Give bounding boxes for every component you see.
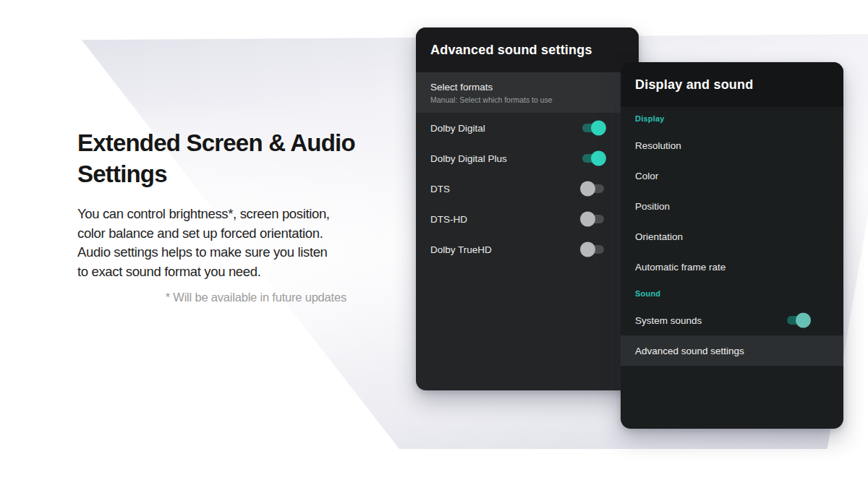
toggle-label: DTS-HD [430,214,467,225]
toggle-switch[interactable] [582,124,604,132]
switch-knob [580,181,595,197]
switch-knob [580,242,595,257]
toggle-switch[interactable] [582,245,604,254]
description-line: Audio settings helps to make sure you li… [77,243,396,262]
toggle-row-dolby-digital[interactable]: Dolby Digital [416,113,639,143]
toggle-row-dolby-truehd[interactable]: Dolby TrueHD [416,234,639,265]
menu-item-orientation[interactable]: Orientation [621,221,843,252]
page-description: You can control brightness*, screen posi… [77,205,396,281]
toggle-row-dts[interactable]: DTS [416,174,639,204]
description-line: color balance and set up forced orientat… [77,224,396,244]
switch-knob [580,212,595,227]
description-line: You can control brightness*, screen posi… [77,205,396,224]
section-label-sound: Sound [621,282,843,305]
toggle-row-dolby-digital-plus[interactable]: Dolby Digital Plus [416,143,639,174]
description-line: to exact sound format you need. [77,262,396,282]
switch-knob [591,151,606,166]
menu-item-resolution[interactable]: Resolution [621,130,843,160]
page-title: Extended Screen & Audio Settings [77,127,388,189]
page: Extended Screen & Audio Settings You can… [0,0,868,488]
toggle-row-system-sounds[interactable]: System sounds [621,305,843,335]
advanced-sound-settings-panel: Advanced sound settings Select formats M… [416,27,639,390]
menu-item-advanced-sound-settings[interactable]: Advanced sound settings [621,335,843,366]
toggle-label: Dolby TrueHD [430,244,492,255]
marketing-copy: Extended Screen & Audio Settings You can… [77,127,396,304]
section-label-display: Display [621,107,843,130]
display-panel-title: Display and sound [635,77,753,93]
toggle-label: Dolby Digital Plus [430,153,507,164]
advanced-panel-header: Advanced sound settings [416,27,639,72]
select-formats-subtitle: Manual: Select which formats to use [430,95,624,104]
toggle-switch[interactable] [582,215,604,223]
select-formats-item[interactable]: Select formats Manual: Select which form… [416,72,639,113]
menu-item-automatic-frame-rate[interactable]: Automatic frame rate [621,252,843,282]
toggle-label: Dolby Digital [430,123,485,134]
select-formats-title: Select formats [430,82,624,93]
switch-knob [796,313,811,328]
footnote: * Will be available in future updates [77,291,346,304]
display-panel-header: Display and sound [621,62,843,107]
toggle-switch[interactable] [582,184,604,193]
toggle-switch[interactable] [787,316,809,325]
toggle-label: System sounds [635,315,702,326]
toggle-switch[interactable] [582,154,604,163]
display-and-sound-panel: Display and sound Display Resolution Col… [621,62,843,429]
menu-item-position[interactable]: Position [621,191,843,221]
menu-item-color[interactable]: Color [621,160,843,191]
toggle-label: DTS [430,184,450,194]
switch-knob [591,121,606,136]
toggle-row-dts-hd[interactable]: DTS-HD [416,204,639,234]
advanced-panel-title: Advanced sound settings [430,43,592,58]
